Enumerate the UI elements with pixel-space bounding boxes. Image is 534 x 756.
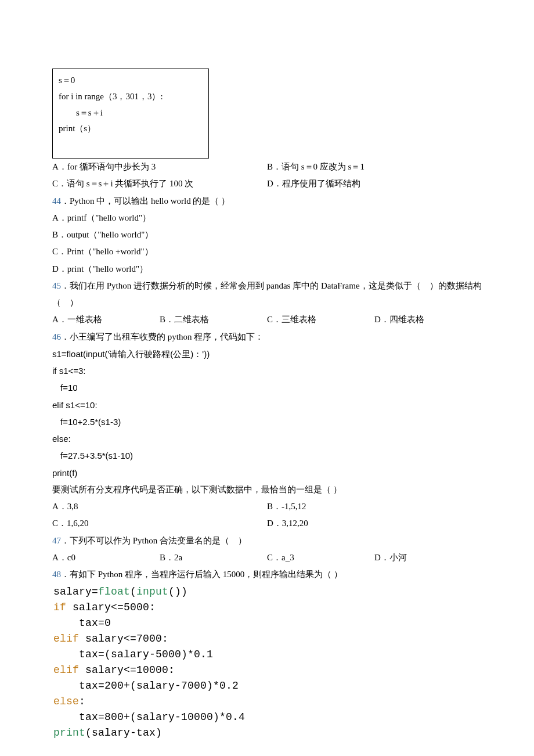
option-c: C．a_3 bbox=[267, 549, 374, 566]
option-b: B．-1,5,12 bbox=[267, 498, 482, 515]
option-c: C．语句 s＝s＋i 共循环执行了 100 次 bbox=[52, 175, 267, 192]
q47-options: A．c0 B．2a C．a_3 D．小河 bbox=[52, 549, 482, 566]
option-b: B．2a bbox=[160, 549, 267, 566]
code-line: if salary<=5000: bbox=[53, 600, 482, 615]
code-line: elif salary<=7000: bbox=[53, 631, 482, 647]
option-d: D．程序使用了循环结构 bbox=[267, 175, 482, 192]
option-d: D．小河 bbox=[374, 549, 482, 566]
option-c: C．Print（"hello +world"） bbox=[52, 243, 482, 260]
code-line: tax=0 bbox=[53, 615, 482, 631]
option-d: D．四维表格 bbox=[374, 311, 482, 328]
code-line: salary=float(input()) bbox=[53, 584, 482, 600]
option-d: D．3,12,20 bbox=[267, 515, 482, 532]
code-line: s＝0 bbox=[59, 73, 203, 89]
code-line: print(salary-tax) bbox=[53, 725, 482, 741]
q46-stem: 46．小王编写了出租车收费的 python 程序，代码如下： bbox=[52, 329, 482, 345]
option-a: A．printf（"hello world"） bbox=[52, 210, 482, 226]
option-b: B．二维表格 bbox=[160, 311, 267, 328]
code-line: tax=(salary-5000)*0.1 bbox=[53, 647, 482, 663]
code-line: f=10+2.5*(s1-3) bbox=[52, 413, 482, 430]
code-line: s1=float(input('请输入行驶路程(公里)：')) bbox=[52, 345, 482, 362]
option-a: A．for 循环语句中步长为 3 bbox=[52, 159, 267, 175]
q44-stem: 44．Python 中，可以输出 hello world 的是（ ） bbox=[52, 193, 482, 210]
option-b: B．output（"hello world"） bbox=[52, 226, 482, 243]
code-line: elif salary<=10000: bbox=[53, 663, 482, 678]
q43-options: A．for 循环语句中步长为 3 B．语句 s＝0 应改为 s＝1 C．语句 s… bbox=[52, 159, 482, 193]
code-line: for i in range（3，301，3）: bbox=[59, 89, 203, 105]
q45-stem: 45．我们在用 Python 进行数据分析的时候，经常会用到 pandas 库中… bbox=[52, 278, 482, 312]
q45-options: A．一维表格 B．二维表格 C．三维表格 D．四维表格 bbox=[52, 311, 482, 328]
option-a: A．一维表格 bbox=[52, 311, 160, 328]
code-line: else: bbox=[53, 694, 482, 710]
option-c: C．三维表格 bbox=[267, 311, 374, 328]
q46-ask: 要测试所有分支程序代码是否正确，以下测试数据中，最恰当的一组是（ ） bbox=[52, 481, 482, 498]
q47-stem: 47．下列不可以作为 Python 合法变量名的是（ ） bbox=[52, 532, 482, 549]
option-a: A．c0 bbox=[52, 549, 160, 566]
code-line: if s1<=3: bbox=[52, 362, 482, 379]
code-line: elif s1<=10: bbox=[52, 397, 482, 413]
q46-options: A．3,8 B．-1,5,12 C．1,6,20 D．3,12,20 bbox=[52, 498, 482, 532]
code-line: else: bbox=[52, 430, 482, 447]
code-line: print（s） bbox=[59, 121, 203, 137]
code-line: tax=800+(salary-10000)*0.4 bbox=[53, 710, 482, 725]
code-line: print(f) bbox=[52, 465, 482, 481]
code-box-q43: s＝0 for i in range（3，301，3）: s＝s＋i print… bbox=[52, 69, 209, 159]
code-line: s＝s＋i bbox=[59, 105, 203, 121]
code-line: f=10 bbox=[52, 379, 482, 396]
code-block-q48: salary=float(input()) if salary<=5000: t… bbox=[52, 583, 482, 741]
option-d: D．print（"hello world"） bbox=[52, 261, 482, 278]
code-line: f=27.5+3.5*(s1-10) bbox=[52, 447, 482, 464]
option-c: C．1,6,20 bbox=[52, 515, 267, 532]
q48-stem: 48．有如下 Python 程序，当程序运行后输入 15000，则程序输出结果为… bbox=[52, 566, 482, 583]
code-line: tax=200+(salary-7000)*0.2 bbox=[53, 678, 482, 694]
option-b: B．语句 s＝0 应改为 s＝1 bbox=[267, 159, 482, 175]
option-a: A．3,8 bbox=[52, 498, 267, 515]
page: s＝0 for i in range（3，301，3）: s＝s＋i print… bbox=[0, 0, 534, 756]
